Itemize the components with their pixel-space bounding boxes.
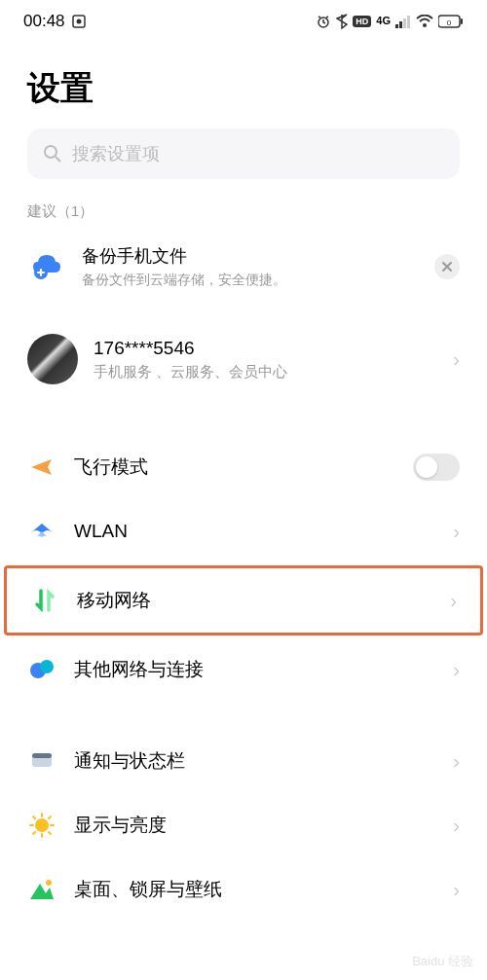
search-placeholder: 搜索设置项 xyxy=(72,142,160,165)
svg-rect-16 xyxy=(32,753,52,758)
account-subtitle: 手机服务 、云服务、会员中心 xyxy=(94,363,437,381)
status-time: 00:48 xyxy=(23,12,65,31)
chevron-right-icon: › xyxy=(453,348,460,371)
watermark: Baidu 经验 xyxy=(412,953,473,970)
svg-point-14 xyxy=(40,660,54,673)
setting-notification[interactable]: 通知与状态栏 › xyxy=(0,729,487,793)
bluetooth-icon xyxy=(336,14,348,29)
setting-label: 桌面、锁屏与壁纸 xyxy=(74,877,435,902)
account-phone: 176****5546 xyxy=(94,338,437,359)
brightness-icon xyxy=(27,811,56,840)
setting-other-connections[interactable]: 其他网络与连接 › xyxy=(0,637,487,702)
svg-rect-6 xyxy=(407,16,410,28)
battery-icon: 0 xyxy=(438,15,464,28)
svg-point-17 xyxy=(35,818,49,832)
alarm-icon xyxy=(316,14,331,29)
suggestion-item[interactable]: 备份手机文件 备份文件到云端存储，安全便捷。 xyxy=(0,233,487,310)
wifi-icon xyxy=(416,15,433,28)
svg-point-18 xyxy=(46,880,52,886)
search-input[interactable]: 搜索设置项 xyxy=(27,128,460,179)
wallpaper-icon xyxy=(27,875,56,904)
suggestion-subtitle: 备份文件到云端存储，安全便捷。 xyxy=(82,272,419,289)
setting-label: 飞行模式 xyxy=(74,454,395,480)
search-icon xyxy=(43,144,62,163)
account-item[interactable]: 176****5546 手机服务 、云服务、会员中心 › xyxy=(0,310,487,408)
status-bar: 00:48 HD 4G 0 xyxy=(0,0,487,39)
suggestion-header: 建议（1） xyxy=(0,202,487,233)
setting-display[interactable]: 显示与亮度 › xyxy=(0,793,487,857)
setting-airplane-mode[interactable]: 飞行模式 xyxy=(0,435,487,499)
close-suggestion-button[interactable] xyxy=(434,254,460,279)
chevron-right-icon: › xyxy=(453,659,460,681)
chevron-right-icon: › xyxy=(453,815,460,837)
svg-rect-3 xyxy=(395,24,398,28)
svg-text:0: 0 xyxy=(447,18,452,27)
setting-mobile-network[interactable]: 移动网络 › xyxy=(4,565,483,635)
chevron-right-icon: › xyxy=(450,590,457,612)
setting-label: 通知与状态栏 xyxy=(74,748,435,774)
svg-point-11 xyxy=(45,146,56,158)
status-icons: HD 4G 0 xyxy=(316,14,464,29)
setting-wallpaper[interactable]: 桌面、锁屏与壁纸 › xyxy=(0,857,487,922)
signal-4g: 4G xyxy=(376,17,391,26)
setting-label: 移动网络 xyxy=(77,588,432,613)
svg-point-1 xyxy=(76,19,81,24)
setting-label: WLAN xyxy=(74,521,435,542)
svg-rect-4 xyxy=(399,21,402,28)
wlan-icon xyxy=(27,517,56,546)
chevron-right-icon: › xyxy=(453,879,460,901)
avatar xyxy=(27,334,78,384)
connections-icon xyxy=(27,655,56,684)
svg-rect-9 xyxy=(461,18,463,24)
setting-label: 显示与亮度 xyxy=(74,813,435,838)
cloud-backup-icon xyxy=(27,247,66,286)
setting-label: 其他网络与连接 xyxy=(74,657,435,682)
signal-bars-icon xyxy=(395,15,411,28)
svg-rect-5 xyxy=(403,18,406,28)
page-title: 设置 xyxy=(0,39,487,128)
mobile-network-icon xyxy=(30,586,59,615)
close-icon xyxy=(441,261,453,272)
airplane-icon xyxy=(27,453,56,482)
chevron-right-icon: › xyxy=(453,750,460,773)
svg-point-7 xyxy=(423,23,427,27)
airplane-toggle[interactable] xyxy=(413,454,460,481)
app-indicator-icon xyxy=(71,14,87,29)
suggestion-title: 备份手机文件 xyxy=(82,244,419,268)
notification-icon xyxy=(27,746,56,776)
setting-wlan[interactable]: WLAN › xyxy=(0,499,487,563)
chevron-right-icon: › xyxy=(453,521,460,543)
hd-badge: HD xyxy=(353,16,371,27)
